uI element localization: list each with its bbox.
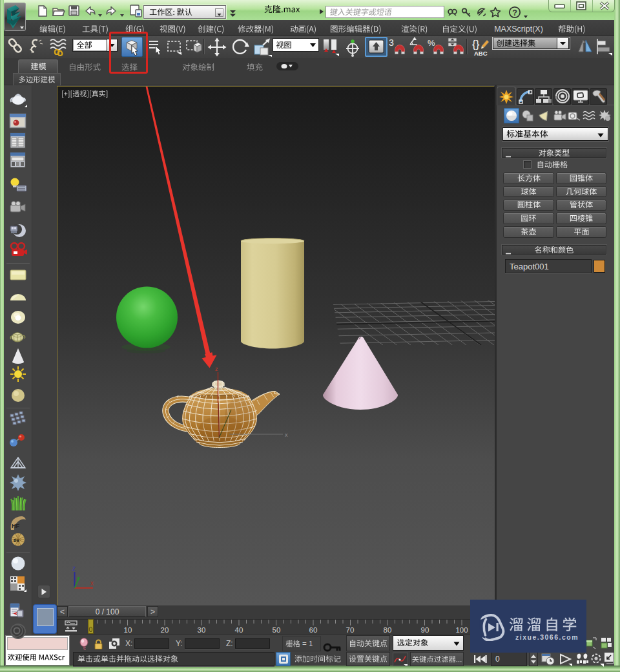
svg-text:70: 70 (346, 626, 355, 634)
svg-text:80: 80 (384, 626, 392, 634)
svg-text:0x: 0x (14, 538, 19, 543)
svg-text:10: 10 (124, 626, 132, 634)
svg-text:{}: {} (472, 38, 480, 50)
svg-text:?: ? (512, 8, 517, 17)
svg-text:ABC: ABC (474, 50, 488, 57)
svg-text:3: 3 (389, 37, 394, 48)
svg-text:%: % (428, 38, 435, 48)
svg-text:100: 100 (455, 626, 468, 634)
svg-text:30: 30 (198, 626, 206, 634)
svg-text:40: 40 (235, 626, 243, 634)
svg-text:50: 50 (273, 626, 281, 634)
svg-text:90: 90 (421, 626, 429, 634)
svg-text:60: 60 (309, 626, 318, 634)
svg-text:20: 20 (161, 626, 169, 634)
svg-text:0: 0 (89, 625, 93, 633)
svg-text:HF: HF (12, 523, 19, 529)
